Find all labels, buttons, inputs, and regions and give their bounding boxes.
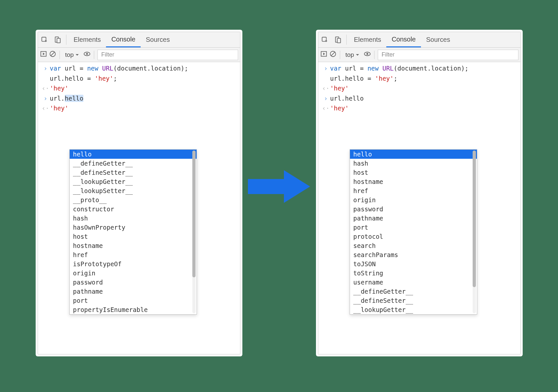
return-icon: ‹· [41, 104, 50, 113]
tab-sources[interactable]: Sources [421, 32, 455, 47]
sidebar-toggle-icon[interactable] [40, 50, 47, 59]
autocomplete-popup[interactable]: hellohashhosthostnamehreforiginpasswordp… [350, 149, 477, 315]
clear-console-icon[interactable] [49, 50, 56, 59]
autocomplete-item[interactable]: hash [350, 159, 477, 168]
autocomplete-list: hello__defineGetter____defineSetter____l… [70, 150, 197, 314]
separator [60, 51, 60, 59]
svg-point-7 [86, 53, 88, 55]
eager-result: 'hey' [50, 104, 68, 113]
autocomplete-list: hellohashhosthostnamehreforiginpasswordp… [350, 150, 477, 314]
autocomplete-item[interactable]: port [70, 296, 197, 305]
return-icon: ‹· [322, 104, 330, 113]
scrollbar-thumb[interactable] [192, 151, 196, 277]
tab-elements[interactable]: Elements [68, 32, 106, 47]
autocomplete-item[interactable]: host [70, 232, 197, 241]
autocomplete-item[interactable]: href [350, 186, 477, 195]
autocomplete-item[interactable]: hello [70, 150, 197, 159]
inspect-icon[interactable] [318, 32, 331, 47]
autocomplete-item[interactable]: __lookupGetter__ [70, 177, 197, 186]
autocomplete-item[interactable]: username [350, 278, 477, 287]
autocomplete-item[interactable]: pathname [350, 214, 477, 223]
scrollbar[interactable] [473, 151, 476, 313]
inspect-icon[interactable] [38, 32, 51, 47]
console-input-row[interactable]: › url.hello [318, 93, 520, 104]
autocomplete-item[interactable]: propertyIsEnumerable [70, 305, 197, 314]
console-output-row: ‹· 'hey' [38, 83, 240, 93]
autocomplete-item[interactable]: hostname [350, 177, 477, 186]
filter-input[interactable] [378, 50, 518, 60]
svg-line-13 [331, 52, 335, 56]
autocomplete-item[interactable]: search [350, 241, 477, 250]
autocomplete-item[interactable]: port [350, 223, 477, 232]
svg-rect-10 [337, 38, 340, 43]
return-icon: ‹· [322, 84, 330, 93]
autocomplete-item[interactable]: hostname [70, 241, 197, 250]
prompt-icon: › [41, 64, 50, 73]
console-eager-eval-row: ‹· 'hey' [318, 103, 520, 113]
console-input-row: › var url = new URL(document.location); [38, 63, 240, 74]
console-toolbar: top [318, 48, 520, 62]
autocomplete-popup[interactable]: hello__defineGetter____defineSetter____l… [69, 149, 197, 315]
console-output: › var url = new URL(document.location); … [318, 62, 520, 113]
sidebar-toggle-icon[interactable] [320, 50, 327, 59]
tabbar: Elements Console Sources [318, 32, 520, 48]
autocomplete-item[interactable]: href [70, 250, 197, 259]
code-line: url.hello = 'hey'; [330, 74, 397, 83]
autocomplete-item[interactable]: __defineGetter__ [70, 159, 197, 168]
autocomplete-item[interactable]: __lookupGetter__ [350, 305, 477, 314]
tab-sources[interactable]: Sources [141, 32, 175, 47]
separator [66, 35, 66, 45]
autocomplete-item[interactable]: constructor [70, 204, 197, 214]
device-toggle-icon[interactable] [51, 32, 64, 47]
autocomplete-item[interactable]: __defineGetter__ [350, 287, 477, 296]
autocomplete-item[interactable]: __defineSetter__ [350, 296, 477, 305]
autocomplete-item[interactable]: __proto__ [70, 195, 197, 204]
clear-console-icon[interactable] [329, 50, 337, 59]
code-line: var url = new URL(document.location); [50, 64, 188, 73]
console-input-row[interactable]: › url.hello [38, 93, 240, 104]
separator [374, 51, 375, 59]
context-selector[interactable]: top [343, 51, 362, 58]
tab-console[interactable]: Console [106, 32, 140, 47]
context-label: top [65, 51, 74, 58]
autocomplete-item[interactable]: origin [350, 195, 477, 204]
result-value: 'hey' [50, 84, 68, 93]
tab-elements[interactable]: Elements [349, 32, 386, 47]
context-selector[interactable]: top [63, 51, 81, 58]
tab-console[interactable]: Console [386, 32, 421, 47]
autocomplete-item[interactable]: protocol [350, 232, 477, 241]
live-expression-icon[interactable] [364, 50, 371, 59]
autocomplete-item[interactable]: hello [350, 150, 477, 159]
autocomplete-item[interactable]: origin [70, 269, 197, 278]
autocomplete-item[interactable]: pathname [70, 287, 197, 296]
svg-rect-2 [57, 38, 60, 43]
result-value: 'hey' [330, 84, 349, 93]
current-input[interactable]: url.hello [330, 94, 364, 103]
autocomplete-item[interactable]: searchParams [350, 250, 477, 259]
autocomplete-item[interactable]: password [70, 278, 197, 287]
autocomplete-item[interactable]: isPrototypeOf [70, 259, 197, 269]
current-input[interactable]: url.hello [50, 94, 83, 103]
device-toggle-icon[interactable] [331, 32, 344, 47]
autocomplete-item[interactable]: host [350, 168, 477, 177]
console-input-row: url.hello = 'hey'; [318, 74, 520, 84]
prompt-icon: › [322, 64, 330, 73]
autocomplete-item[interactable]: __lookupSetter__ [70, 186, 197, 195]
autocomplete-item[interactable]: hasOwnProperty [70, 223, 197, 232]
console-output: › var url = new URL(document.location); … [38, 62, 240, 113]
context-label: top [345, 51, 354, 58]
code-line: url.hello = 'hey'; [50, 74, 117, 83]
chevron-down-icon [75, 53, 79, 57]
autocomplete-item[interactable]: toString [350, 269, 477, 278]
chevron-down-icon [355, 53, 360, 57]
filter-input[interactable] [97, 50, 238, 60]
autocomplete-item[interactable]: __defineSetter__ [70, 168, 197, 177]
scrollbar[interactable] [192, 151, 196, 313]
scrollbar-thumb[interactable] [473, 151, 476, 287]
autocomplete-item[interactable]: toJSON [350, 259, 477, 269]
autocomplete-item[interactable]: hash [70, 214, 197, 223]
svg-point-15 [367, 53, 369, 55]
autocomplete-item[interactable]: password [350, 204, 477, 214]
live-expression-icon[interactable] [83, 50, 91, 59]
arrow-icon [248, 169, 310, 204]
